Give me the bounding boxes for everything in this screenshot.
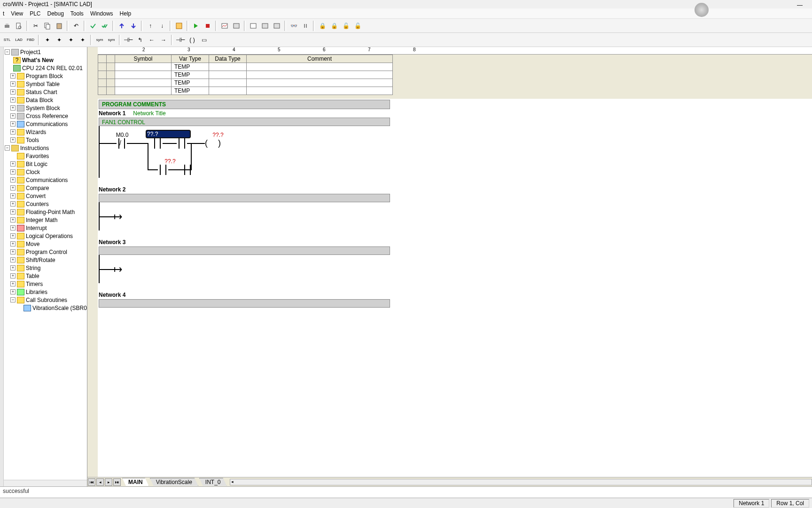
output-coil[interactable] bbox=[205, 138, 221, 149]
network-2-comment[interactable] bbox=[99, 194, 390, 202]
tree-system-block[interactable]: +System Block bbox=[4, 104, 87, 112]
tree-status-chart[interactable]: +Status Chart bbox=[4, 88, 87, 96]
expand-icon[interactable]: + bbox=[10, 241, 16, 246]
tree-clock[interactable]: +Clock bbox=[4, 168, 87, 176]
expand-icon[interactable]: + bbox=[10, 193, 16, 198]
tree-float-math[interactable]: +Floating-Point Math bbox=[4, 208, 87, 216]
expand-icon[interactable]: + bbox=[10, 273, 16, 278]
tree-communications[interactable]: +Communications bbox=[4, 120, 87, 128]
tab-last-icon[interactable]: ⏭ bbox=[113, 478, 121, 486]
nc-contact[interactable]: / bbox=[117, 138, 127, 149]
collapse-icon[interactable]: − bbox=[5, 145, 10, 151]
view-lad-icon[interactable]: LAD bbox=[14, 35, 24, 45]
clear-bookmark-icon[interactable]: ✦ bbox=[78, 35, 88, 45]
tree-tools[interactable]: +Tools bbox=[4, 136, 87, 144]
expand-icon[interactable]: + bbox=[10, 209, 16, 214]
status-chart-icon[interactable] bbox=[219, 21, 230, 31]
expand-icon[interactable]: + bbox=[10, 161, 16, 167]
tab-int0[interactable]: INT_0 bbox=[199, 478, 227, 486]
tab-next-icon[interactable]: ▸ bbox=[105, 478, 112, 486]
expand-icon[interactable]: + bbox=[10, 265, 16, 270]
insert-box-icon[interactable]: ▭ bbox=[199, 35, 209, 45]
tree-program-block[interactable]: +Program Block bbox=[4, 72, 87, 80]
tree-instructions[interactable]: − Instructions bbox=[4, 144, 87, 152]
tree-cross-ref[interactable]: +Cross Reference bbox=[4, 112, 87, 120]
minimize-icon[interactable]: — bbox=[797, 2, 803, 8]
tree-prog-ctrl[interactable]: +Program Control bbox=[4, 248, 87, 256]
prev-bookmark-icon[interactable]: ✦ bbox=[66, 35, 76, 45]
tree-wizards[interactable]: +Wizards bbox=[4, 128, 87, 136]
sym-info-icon[interactable]: sym bbox=[94, 35, 105, 45]
tree-logical[interactable]: +Logical Operations bbox=[4, 232, 87, 240]
menu-help[interactable]: Help bbox=[120, 10, 132, 17]
expand-icon[interactable]: + bbox=[10, 81, 16, 87]
sort-asc-icon[interactable]: ↑ bbox=[145, 21, 156, 31]
single-read-icon[interactable] bbox=[248, 21, 258, 31]
tree-whats-new[interactable]: ? What's New bbox=[4, 56, 87, 64]
col-vartype[interactable]: Var Type bbox=[172, 55, 209, 63]
tree-cpu[interactable]: CPU 224 CN REL 02.01 bbox=[4, 64, 87, 72]
tree-interrupt[interactable]: +Interrupt bbox=[4, 224, 87, 232]
upload-icon[interactable] bbox=[117, 21, 127, 31]
col-datatype[interactable]: Data Type bbox=[209, 55, 247, 63]
insert-left-icon[interactable]: ← bbox=[147, 35, 157, 45]
expand-icon[interactable]: + bbox=[10, 217, 16, 222]
expand-icon[interactable]: + bbox=[10, 233, 16, 238]
tab-first-icon[interactable]: ⏮ bbox=[88, 478, 95, 486]
tree-comms2[interactable]: +Communications bbox=[4, 176, 87, 184]
print-icon[interactable] bbox=[2, 21, 12, 31]
tree-shift[interactable]: +Shift/Rotate bbox=[4, 256, 87, 264]
expand-icon[interactable]: + bbox=[10, 121, 16, 127]
tree-data-block[interactable]: +Data Block bbox=[4, 96, 87, 104]
expand-icon[interactable]: + bbox=[10, 169, 16, 175]
expand-icon[interactable]: + bbox=[10, 97, 16, 103]
expand-icon[interactable]: + bbox=[10, 281, 16, 286]
expand-icon[interactable]: + bbox=[10, 177, 16, 183]
tree-compare[interactable]: +Compare bbox=[4, 184, 87, 192]
expand-icon[interactable]: + bbox=[10, 201, 16, 206]
expand-icon[interactable]: + bbox=[10, 289, 16, 294]
expand-icon[interactable]: + bbox=[10, 185, 16, 190]
tab-prev-icon[interactable]: ◂ bbox=[96, 478, 104, 486]
network-1-rung[interactable]: M0.0 / ??.? bbox=[99, 126, 390, 178]
tree-bit-logic[interactable]: +Bit Logic bbox=[4, 160, 87, 168]
tree-sub-vibration[interactable]: VibrationScale (SBR0 bbox=[4, 304, 87, 312]
tree-move[interactable]: +Move bbox=[4, 240, 87, 248]
next-bookmark-icon[interactable]: ✦ bbox=[54, 35, 64, 45]
copy-icon[interactable] bbox=[42, 21, 53, 31]
tree-convert[interactable]: +Convert bbox=[4, 192, 87, 200]
insert-right-icon[interactable]: → bbox=[158, 35, 169, 45]
tab-vibration[interactable]: VibrationScale bbox=[150, 478, 198, 486]
vartable-row[interactable]: TEMP bbox=[98, 63, 393, 71]
tree-int-math[interactable]: +Integer Math bbox=[4, 216, 87, 224]
network-1-title[interactable]: Network Title bbox=[133, 110, 165, 117]
lock1-icon[interactable]: 🔒 bbox=[317, 21, 328, 31]
col-symbol[interactable]: Symbol bbox=[115, 55, 172, 63]
expand-icon[interactable]: + bbox=[10, 225, 16, 230]
expand-icon[interactable]: + bbox=[10, 89, 16, 95]
run-icon[interactable] bbox=[191, 21, 201, 31]
tree-table[interactable]: +Table bbox=[4, 272, 87, 280]
tree-symbol-table[interactable]: +Symbol Table bbox=[4, 80, 87, 88]
options-icon[interactable] bbox=[174, 21, 184, 31]
tree-timers[interactable]: +Timers bbox=[4, 280, 87, 288]
view-stl-icon[interactable]: STL bbox=[2, 35, 12, 45]
program-comments-bar[interactable]: PROGRAM COMMENTS bbox=[99, 100, 390, 109]
menu-file[interactable]: t bbox=[3, 10, 4, 17]
network-2-rung[interactable]: ↦ bbox=[99, 202, 390, 230]
network-3-rung[interactable]: ↦ bbox=[99, 255, 390, 283]
unlock2-icon[interactable]: 🔓 bbox=[352, 21, 363, 31]
col-comment[interactable]: Comment bbox=[247, 55, 393, 63]
network-4-comment[interactable] bbox=[99, 299, 390, 308]
vartable-row[interactable]: TEMP bbox=[98, 71, 393, 79]
insert-contact-icon[interactable]: ⊣⊢ bbox=[123, 35, 133, 45]
cut-icon[interactable]: ✂ bbox=[31, 21, 41, 31]
insert-contact2-icon[interactable]: ⊣⊢ bbox=[175, 35, 186, 45]
expand-icon[interactable]: + bbox=[10, 249, 16, 254]
tree-libraries[interactable]: +Libraries bbox=[4, 288, 87, 296]
menu-plc[interactable]: PLC bbox=[30, 10, 40, 17]
editor-h-scrollbar[interactable] bbox=[230, 479, 812, 485]
tree-favorites[interactable]: Favorites bbox=[4, 152, 87, 160]
compile-all-icon[interactable] bbox=[100, 21, 110, 31]
pause-status-icon[interactable] bbox=[300, 21, 311, 31]
